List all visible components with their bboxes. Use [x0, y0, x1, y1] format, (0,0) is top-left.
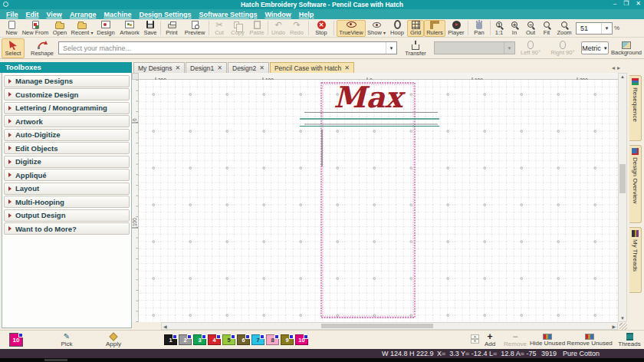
select-tool-button[interactable]: Select: [2, 38, 25, 58]
toolbox-item[interactable]: Lettering / Monogramming: [4, 102, 130, 114]
horizontal-scrollbar[interactable]: ◀ ▶: [161, 322, 618, 330]
current-color-chip[interactable]: 10: [9, 333, 23, 347]
paste-button[interactable]: Paste: [247, 20, 267, 37]
tab-scroll-arrows[interactable]: ◂▸: [612, 64, 623, 71]
player-button[interactable]: Player: [445, 20, 467, 37]
hscroll-thumb[interactable]: [321, 324, 433, 328]
color-swatch[interactable]: 10: [295, 334, 308, 345]
my-threads-tab[interactable]: My Threads: [629, 227, 642, 293]
design-text[interactable]: Max: [334, 80, 406, 114]
menu-item[interactable]: Window: [261, 11, 294, 18]
tab-my-designs[interactable]: My Designs✕: [133, 62, 185, 73]
new-from-button[interactable]: New From: [21, 20, 49, 37]
zoom-level-combo[interactable]: 51▼: [576, 22, 613, 35]
scroll-down-icon[interactable]: ▼: [619, 316, 626, 321]
machine-combo-arrow[interactable]: ▼: [386, 42, 396, 54]
trueview-button[interactable]: TrueView: [337, 20, 366, 37]
tab-design2[interactable]: Design2✕: [228, 62, 269, 73]
recent-button[interactable]: Recent▾: [71, 20, 94, 37]
color-swatch[interactable]: 7: [251, 334, 264, 345]
restore-button[interactable]: ❐: [623, 0, 629, 7]
color-swatch[interactable]: 1: [164, 334, 177, 345]
zoom-combo-arrow[interactable]: ▼: [601, 23, 612, 34]
color-swatch[interactable]: 3: [193, 334, 206, 345]
menu-item[interactable]: Machine: [100, 11, 135, 18]
print-button[interactable]: Print: [162, 20, 182, 37]
tab-close-icon[interactable]: ✕: [175, 65, 180, 71]
stop-button[interactable]: ✕Stop: [311, 20, 331, 37]
close-button[interactable]: ✕: [636, 0, 641, 7]
open-button[interactable]: Open: [49, 20, 71, 37]
menu-item[interactable]: Help: [295, 11, 318, 18]
scroll-left-icon[interactable]: ◀: [163, 324, 167, 329]
design-canvas[interactable]: Max: [139, 80, 618, 322]
rotate-right-90-button[interactable]: Right 90°: [546, 38, 580, 58]
scroll-right-icon[interactable]: ▶: [612, 324, 616, 329]
cut-button[interactable]: ✂Cut: [210, 20, 228, 37]
apply-color-button[interactable]: Apply: [98, 331, 129, 349]
artwork-button[interactable]: Artwork: [118, 20, 141, 37]
reshape-tool-button[interactable]: Reshape: [28, 38, 57, 58]
color-swatch[interactable]: 6: [237, 334, 250, 345]
zoom-out-button[interactable]: −Out: [522, 20, 539, 37]
toolbox-item[interactable]: Auto-Digitize: [4, 129, 130, 141]
design-button[interactable]: Design: [94, 20, 118, 37]
rotate-left-90-button[interactable]: Left 90°: [515, 38, 546, 58]
fit-button[interactable]: Fit: [539, 20, 554, 37]
color-swatch[interactable]: 2: [179, 334, 192, 345]
minimize-button[interactable]: –: [613, 0, 616, 7]
tab-close-icon[interactable]: ✕: [217, 65, 222, 71]
toolbox-item[interactable]: Multi-Hooping: [4, 196, 130, 208]
zoom-in-button[interactable]: +In: [507, 20, 522, 37]
menu-item[interactable]: File: [2, 11, 22, 18]
toolbox-item[interactable]: Digitize: [4, 156, 130, 168]
show-button[interactable]: Show▾: [366, 20, 387, 37]
add-color-button[interactable]: +Add: [480, 331, 500, 349]
hide-unused-button[interactable]: Hide Unused: [527, 331, 567, 349]
resize-grip[interactable]: [619, 323, 627, 330]
hoop-button[interactable]: Hoop: [387, 20, 407, 37]
toolbox-item[interactable]: Layout: [4, 183, 130, 195]
redo-button[interactable]: ↷Redo: [288, 20, 306, 37]
tab-design1[interactable]: Design1✕: [186, 62, 227, 73]
toolbox-item[interactable]: Customize Design: [4, 88, 130, 100]
tab-pencil-case[interactable]: Pencil Case with Hatch✕: [270, 62, 354, 73]
design-overview-tab[interactable]: Design Overview: [629, 145, 642, 223]
transfer-button[interactable]: Transfer: [400, 38, 431, 58]
hoop-position-combo[interactable]: ▼: [434, 41, 515, 54]
menu-item[interactable]: Edit: [22, 11, 43, 18]
color-swatch[interactable]: 4: [208, 334, 221, 345]
grid-button[interactable]: Grid: [407, 20, 424, 37]
undo-button[interactable]: ↶Undo: [269, 20, 288, 37]
background-button[interactable]: Background: [609, 38, 644, 58]
toolbox-item[interactable]: Edit Objects: [4, 142, 130, 154]
one-to-one-button[interactable]: 11:1: [491, 20, 507, 37]
menu-item[interactable]: View: [43, 11, 66, 18]
vertical-scrollbar[interactable]: ▲ ▼: [618, 73, 627, 322]
remove-unused-button[interactable]: Remove Unused: [564, 331, 615, 349]
tab-close-icon[interactable]: ✕: [259, 65, 264, 71]
menu-item[interactable]: Software Settings: [195, 11, 261, 18]
zoom-button[interactable]: Zoom: [554, 20, 574, 37]
toolbox-item[interactable]: Manage Designs: [4, 75, 130, 87]
remove-color-button[interactable]: −Remove: [501, 331, 529, 349]
scroll-up-icon[interactable]: ▲: [619, 74, 626, 79]
color-swatch[interactable]: 8: [266, 334, 279, 345]
copy-button[interactable]: Copy: [228, 20, 247, 37]
toolbox-item[interactable]: Output Design: [4, 209, 130, 222]
palette-spinner[interactable]: ▲▼: [471, 334, 479, 345]
save-button[interactable]: Save: [141, 20, 159, 37]
new-button[interactable]: New: [2, 20, 21, 37]
preview-button[interactable]: Preview: [182, 20, 208, 37]
toolbox-item[interactable]: Artwork: [4, 115, 130, 127]
vscroll-thumb[interactable]: [619, 164, 626, 193]
menu-item[interactable]: Design Settings: [135, 11, 195, 18]
rulers-button[interactable]: Rulers: [424, 20, 445, 37]
color-swatch[interactable]: 9: [281, 334, 294, 345]
toolbox-item[interactable]: Want to do More?: [4, 222, 130, 235]
tab-close-icon[interactable]: ✕: [344, 65, 350, 71]
metric-dropdown[interactable]: Metric▼: [581, 41, 609, 54]
menu-item[interactable]: Arrange: [66, 11, 100, 18]
pan-button[interactable]: Pan: [469, 20, 489, 37]
toolbox-item[interactable]: Appliqué: [4, 169, 130, 181]
